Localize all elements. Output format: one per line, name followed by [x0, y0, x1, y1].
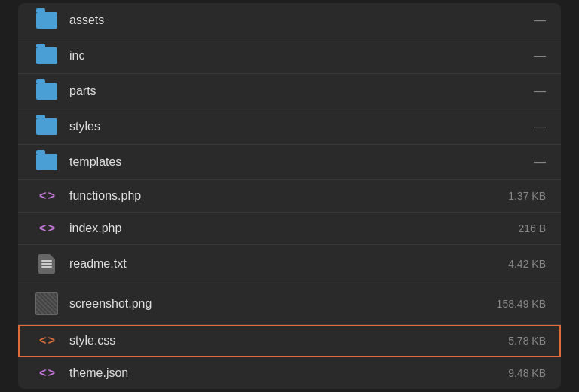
file-name: assets	[69, 14, 486, 27]
file-row[interactable]: screenshot.png158.49 KB	[18, 283, 561, 325]
code-icon: < >	[39, 189, 54, 203]
file-list: assets—inc—parts—styles—templates—< >fun…	[18, 3, 561, 389]
file-name: styles	[69, 120, 486, 133]
folder-icon	[36, 83, 57, 100]
file-name: screenshot.png	[69, 297, 486, 311]
file-size: 5.78 KB	[486, 335, 546, 347]
file-size: —	[486, 120, 546, 133]
file-row[interactable]: < >functions.php1.37 KB	[18, 180, 561, 213]
file-size: —	[486, 155, 546, 169]
file-row[interactable]: < >theme.json9.48 KB	[18, 357, 561, 389]
file-row[interactable]: readme.txt4.42 KB	[18, 245, 561, 283]
file-name: readme.txt	[69, 257, 486, 271]
file-name: theme.json	[69, 366, 486, 380]
code-icon: < >	[39, 366, 54, 380]
file-row[interactable]: parts—	[18, 74, 561, 109]
file-size: 158.49 KB	[486, 298, 546, 310]
file-name: inc	[69, 49, 486, 63]
file-size: 1.37 KB	[486, 190, 546, 202]
code-icon: < >	[39, 222, 54, 235]
file-name: functions.php	[69, 189, 486, 203]
file-row[interactable]: assets—	[18, 3, 561, 38]
file-row[interactable]: < >style.css5.78 KB	[18, 325, 561, 357]
file-row[interactable]: styles—	[18, 109, 561, 145]
file-size: —	[486, 84, 546, 98]
file-size: —	[486, 14, 546, 27]
file-name: parts	[69, 84, 486, 98]
code-orange-icon: < >	[39, 334, 54, 348]
file-size: 9.48 KB	[486, 367, 546, 379]
file-row[interactable]: < >index.php216 B	[18, 213, 561, 245]
folder-icon	[36, 118, 57, 135]
folder-icon	[36, 12, 57, 29]
file-row[interactable]: inc—	[18, 38, 561, 74]
file-size: 216 B	[486, 222, 546, 234]
file-size: 4.42 KB	[486, 258, 546, 270]
text-file-icon	[38, 254, 55, 274]
file-name: templates	[69, 155, 486, 169]
folder-icon	[36, 154, 57, 170]
file-name: style.css	[69, 334, 486, 348]
file-size: —	[486, 49, 546, 63]
file-name: index.php	[69, 222, 486, 235]
image-thumbnail-icon	[35, 292, 58, 315]
file-row[interactable]: templates—	[18, 145, 561, 180]
folder-icon	[36, 47, 57, 64]
